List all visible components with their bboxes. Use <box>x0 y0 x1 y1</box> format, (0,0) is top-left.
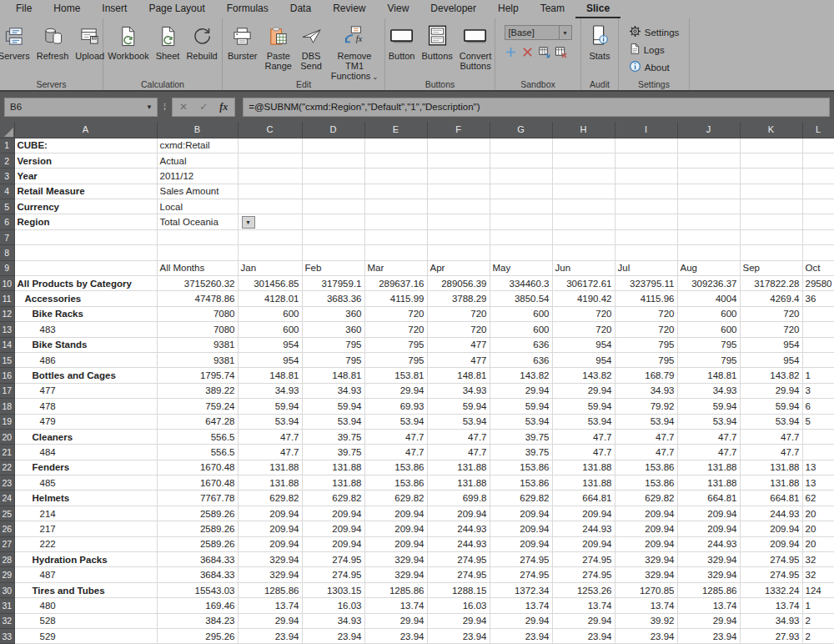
cell-D4[interactable] <box>302 184 364 199</box>
cell-E4[interactable] <box>364 184 427 199</box>
row-header-3[interactable]: 3 <box>0 169 14 184</box>
cell-D1[interactable] <box>302 138 364 153</box>
record-sandbox-icon[interactable] <box>538 45 551 58</box>
cell-C3[interactable] <box>238 169 302 184</box>
cell-D16[interactable]: 148.81 <box>302 368 364 383</box>
cell-K22[interactable]: 131.88 <box>740 460 802 475</box>
cell-K3[interactable] <box>740 169 802 184</box>
cell-F30[interactable]: 1288.15 <box>427 582 490 597</box>
row-header-29[interactable]: 29 <box>0 567 14 582</box>
cell-B16[interactable]: 1795.74 <box>157 368 238 383</box>
cell-B3[interactable]: 2011/12 <box>157 169 238 184</box>
cell-G24[interactable]: 629.82 <box>490 491 552 506</box>
cell-H7[interactable] <box>552 229 615 244</box>
cell-E24[interactable]: 629.82 <box>364 491 427 506</box>
cell-G3[interactable] <box>490 169 552 184</box>
cell-D20[interactable]: 39.75 <box>302 429 364 444</box>
cell-C21[interactable]: 47.7 <box>238 445 302 460</box>
cell-G33[interactable]: 23.94 <box>490 629 552 644</box>
cell-H16[interactable]: 143.82 <box>552 368 615 383</box>
cell-L8[interactable] <box>802 245 834 260</box>
cell-G18[interactable]: 59.94 <box>490 399 552 414</box>
cell-A25[interactable]: 214 <box>14 506 157 521</box>
cell-D13[interactable]: 360 <box>302 322 364 337</box>
cell-E22[interactable]: 153.86 <box>364 460 427 475</box>
cell-F20[interactable]: 47.7 <box>427 429 490 444</box>
cell-I19[interactable]: 53.94 <box>615 414 677 429</box>
cell-E6[interactable] <box>364 214 427 229</box>
cell-A12[interactable]: Bike Racks <box>14 306 157 321</box>
about-button[interactable]: About <box>626 59 683 75</box>
cell-E7[interactable] <box>364 229 427 244</box>
row-header-5[interactable]: 5 <box>0 199 14 214</box>
cell-H3[interactable] <box>552 169 615 184</box>
cell-L27[interactable]: 20 <box>802 536 834 551</box>
cell-D27[interactable]: 209.94 <box>302 536 364 551</box>
cell-L31[interactable]: 1 <box>802 598 834 613</box>
cell-J33[interactable]: 23.94 <box>677 629 740 644</box>
cell-K32[interactable]: 34.93 <box>740 613 802 628</box>
cell-I13[interactable]: 720 <box>615 322 677 337</box>
menu-tab-help[interactable]: Help <box>487 0 530 18</box>
cell-F6[interactable] <box>427 214 490 229</box>
cell-J4[interactable] <box>677 184 740 199</box>
cell-E5[interactable] <box>364 199 427 214</box>
cell-J13[interactable]: 600 <box>677 322 740 337</box>
menu-tab-review[interactable]: Review <box>322 0 376 18</box>
row-header-19[interactable]: 19 <box>0 414 14 429</box>
cell-G22[interactable]: 153.86 <box>490 460 552 475</box>
cell-L24[interactable]: 62 <box>802 491 834 506</box>
row-header-12[interactable]: 12 <box>0 306 14 321</box>
cell-K23[interactable]: 131.88 <box>740 475 802 491</box>
row-header-2[interactable]: 2 <box>0 153 14 168</box>
cell-F23[interactable]: 131.88 <box>427 475 490 491</box>
cell-G32[interactable]: 29.94 <box>490 613 552 628</box>
cell-F12[interactable]: 720 <box>427 306 490 321</box>
cell-G20[interactable]: 39.75 <box>490 429 552 444</box>
cell-J5[interactable] <box>677 199 740 214</box>
cell-G21[interactable]: 39.75 <box>490 445 552 460</box>
row-header-27[interactable]: 27 <box>0 536 14 551</box>
cell-E25[interactable]: 209.94 <box>364 506 427 521</box>
cell-F7[interactable] <box>427 229 490 244</box>
cell-L19[interactable]: 5 <box>802 414 834 429</box>
menu-tab-data[interactable]: Data <box>279 0 322 18</box>
cell-I24[interactable]: 629.82 <box>615 491 677 506</box>
cell-K7[interactable] <box>740 229 802 244</box>
cell-F10[interactable]: 289056.39 <box>427 276 490 291</box>
cell-K1[interactable] <box>740 138 802 153</box>
cell-I21[interactable]: 47.7 <box>615 445 677 460</box>
menu-tab-home[interactable]: Home <box>43 0 91 18</box>
cell-A16[interactable]: Bottles and Cages <box>14 368 157 383</box>
cell-G10[interactable]: 334460.3 <box>490 276 552 291</box>
cell-L9[interactable]: Oct <box>802 260 834 275</box>
cell-D23[interactable]: 131.88 <box>302 475 364 491</box>
enter-icon[interactable]: ✓ <box>199 101 208 113</box>
cell-H31[interactable]: 13.74 <box>552 598 615 613</box>
cell-A19[interactable]: 479 <box>14 414 157 429</box>
cell-H27[interactable]: 209.94 <box>552 536 615 551</box>
cell-A10[interactable]: All Products by Category <box>14 276 157 291</box>
cell-D9[interactable]: Feb <box>302 260 364 275</box>
cell-G4[interactable] <box>490 184 552 199</box>
dbs-send-button[interactable]: DBS Send <box>297 21 325 72</box>
cell-J28[interactable]: 329.94 <box>677 552 740 567</box>
cell-J21[interactable]: 47.7 <box>677 445 740 460</box>
cell-E16[interactable]: 153.81 <box>364 368 427 383</box>
cell-B23[interactable]: 1670.48 <box>157 475 238 491</box>
settings-button[interactable]: Settings <box>626 24 683 40</box>
cell-L30[interactable]: 124 <box>802 582 834 597</box>
region-dropdown-button[interactable]: ▼ <box>242 216 255 229</box>
row-header-33[interactable]: 33 <box>0 629 14 644</box>
cell-J8[interactable] <box>677 245 740 260</box>
row-header-14[interactable]: 14 <box>0 337 14 352</box>
cell-C22[interactable]: 131.88 <box>238 460 302 475</box>
cell-A29[interactable]: 487 <box>14 567 157 582</box>
row-header-9[interactable]: 9 <box>0 260 14 275</box>
cell-C29[interactable]: 329.94 <box>238 567 302 582</box>
cell-I11[interactable]: 4115.96 <box>615 291 677 306</box>
cell-I3[interactable] <box>615 169 677 184</box>
cell-F14[interactable]: 477 <box>427 337 490 352</box>
cell-B14[interactable]: 9381 <box>157 337 238 352</box>
cell-J16[interactable]: 148.81 <box>677 368 740 383</box>
